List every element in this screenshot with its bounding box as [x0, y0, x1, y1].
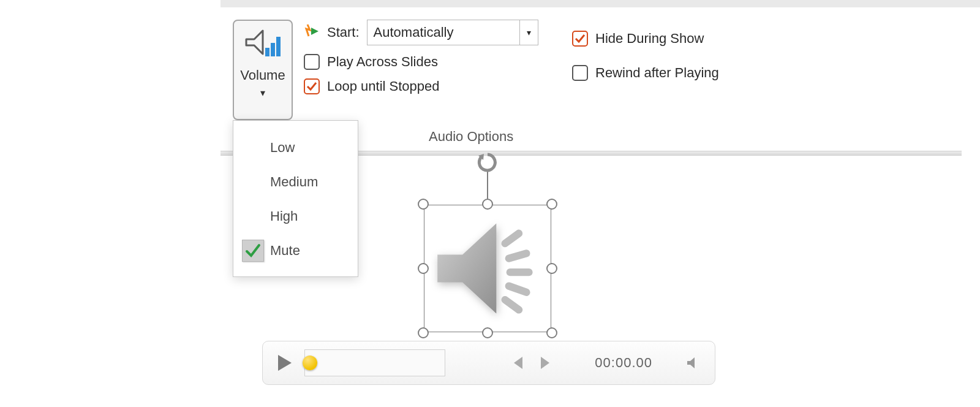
checkmark-icon: [242, 240, 264, 262]
checkbox-icon: [572, 65, 588, 81]
hide-during-show-option[interactable]: Hide During Show: [572, 31, 719, 47]
checkbox-checked-icon: [304, 78, 320, 94]
skip-forward-button[interactable]: [537, 354, 554, 371]
audio-options-column-1: Start: Automatically ▾ Play Across Slide…: [304, 20, 561, 94]
menu-check-slot: [242, 171, 264, 193]
svg-line-3: [505, 234, 519, 243]
seek-track[interactable]: [304, 349, 445, 376]
start-row: Start: Automatically ▾: [304, 20, 561, 45]
volume-option-label: Mute: [270, 243, 300, 259]
resize-handle-w[interactable]: [418, 263, 429, 274]
hide-during-show-label: Hide During Show: [595, 31, 704, 47]
svg-line-6: [509, 286, 527, 292]
audio-placeholder-object[interactable]: [424, 205, 551, 332]
ribbon-top-strip: [221, 0, 980, 7]
autoplay-icon: [304, 23, 320, 42]
volume-option-label: Low: [270, 140, 295, 156]
play-across-slides-option[interactable]: Play Across Slides: [304, 54, 561, 70]
svg-line-4: [509, 253, 527, 258]
chevron-down-icon: ▾: [260, 87, 265, 99]
svg-rect-2: [276, 37, 281, 56]
chevron-down-icon: ▾: [519, 20, 538, 45]
rewind-after-playing-option[interactable]: Rewind after Playing: [572, 65, 719, 81]
svg-line-7: [505, 300, 519, 310]
rotate-handle-icon[interactable]: [477, 152, 498, 173]
svg-rect-1: [271, 43, 275, 56]
loop-until-stopped-label: Loop until Stopped: [327, 78, 440, 94]
start-label: Start:: [327, 25, 360, 40]
resize-handle-e[interactable]: [546, 263, 557, 274]
svg-rect-0: [265, 48, 270, 56]
volume-menu: Low Medium High Mute: [233, 120, 358, 277]
play-button[interactable]: [276, 354, 293, 371]
start-dropdown[interactable]: Automatically ▾: [367, 20, 538, 45]
audio-options-column-2: Hide During Show Rewind after Playing: [572, 20, 719, 81]
volume-option-medium[interactable]: Medium: [233, 165, 358, 199]
seek-thumb-icon[interactable]: [303, 356, 317, 370]
volume-dropdown-button[interactable]: Volume ▾: [233, 20, 293, 120]
rewind-after-playing-label: Rewind after Playing: [595, 65, 719, 81]
volume-option-mute[interactable]: Mute: [233, 234, 358, 268]
audio-playbar: 00:00.00: [262, 341, 715, 385]
volume-option-label: High: [270, 208, 298, 224]
speaker-icon: [431, 212, 544, 325]
resize-handle-nw[interactable]: [418, 199, 429, 210]
volume-button-label: Volume: [240, 67, 285, 83]
skip-back-button[interactable]: [509, 354, 526, 371]
resize-handle-sw[interactable]: [418, 327, 429, 338]
ribbon-group-label: Audio Options: [429, 129, 513, 145]
mute-button[interactable]: [684, 354, 701, 371]
rotate-handle-stem: [487, 170, 488, 199]
volume-icon: [244, 27, 281, 64]
play-across-slides-label: Play Across Slides: [327, 54, 438, 70]
checkbox-icon: [304, 54, 320, 70]
resize-handle-se[interactable]: [546, 327, 557, 338]
volume-option-low[interactable]: Low: [233, 131, 358, 165]
volume-option-label: Medium: [270, 174, 318, 190]
playback-time: 00:00.00: [595, 355, 652, 371]
menu-check-slot: [242, 137, 264, 159]
resize-handle-s[interactable]: [482, 327, 493, 338]
resize-handle-n[interactable]: [482, 199, 493, 210]
start-dropdown-value: Automatically: [374, 25, 454, 40]
menu-check-slot: [242, 205, 264, 227]
resize-handle-ne[interactable]: [546, 199, 557, 210]
volume-option-high[interactable]: High: [233, 199, 358, 234]
checkbox-checked-icon: [572, 31, 588, 47]
loop-until-stopped-option[interactable]: Loop until Stopped: [304, 78, 561, 94]
audio-options-ribbon: Volume ▾ Start: Automatically ▾ Play Acr…: [233, 20, 962, 120]
